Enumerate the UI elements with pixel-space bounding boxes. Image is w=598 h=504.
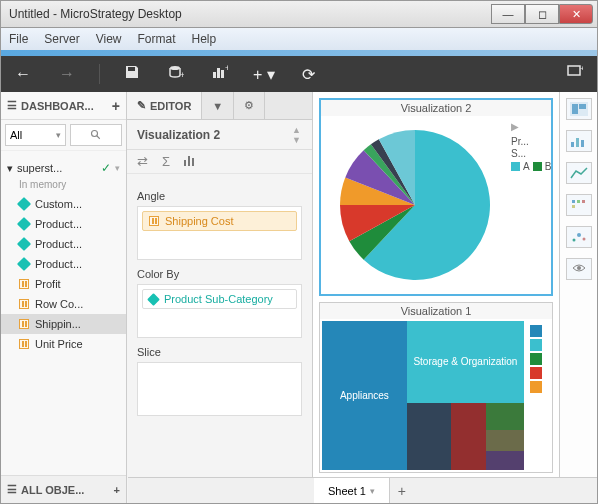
treemap-cell-6[interactable] [486, 430, 524, 451]
expand-icon: ▾ [7, 162, 13, 175]
add-dataset-button[interactable]: + [112, 98, 120, 114]
treemap-cell-4[interactable] [451, 403, 485, 470]
close-button[interactable]: ✕ [559, 4, 593, 24]
svg-rect-12 [192, 158, 194, 166]
minimize-button[interactable]: — [491, 4, 525, 24]
back-button[interactable]: ← [11, 65, 35, 83]
window-title: Untitled - MicroStrategy Desktop [5, 7, 491, 21]
gallery-thumb-1[interactable] [566, 98, 592, 120]
visualization-2[interactable]: Visualization 2 ▶ Pr... S... ABiCOP [319, 98, 553, 296]
toolbar: ← → + + + ▾ ⟳ + [0, 56, 598, 92]
tree-item[interactable]: Row Co... [1, 294, 126, 314]
sheet-bar: Sheet 1 ▾ + [128, 477, 597, 503]
svg-text:+: + [180, 70, 184, 80]
check-icon: ✓ [101, 161, 111, 175]
gallery-thumb-5[interactable] [566, 226, 592, 248]
treemap-cell-5[interactable] [486, 403, 524, 430]
treemap-legend [524, 321, 550, 470]
tab-settings[interactable]: ⚙ [234, 92, 265, 119]
chip-shipping-cost[interactable]: Shipping Cost [142, 211, 297, 231]
hamburger-icon: ☰ [7, 483, 17, 496]
tree-item[interactable]: Product... [1, 254, 126, 274]
sheet-dropdown-icon[interactable]: ▾ [370, 486, 375, 496]
data-source-icon[interactable]: + [164, 64, 188, 84]
tree-item[interactable]: Product... [1, 214, 126, 234]
menu-view[interactable]: View [96, 32, 122, 46]
svg-text:+: + [225, 64, 228, 73]
dataset-tree: ▾ superst... ✓ ▾ In memory Custom...Prod… [1, 151, 126, 475]
treemap: Appliances Storage & Organization [322, 321, 524, 470]
treemap-cell-appliances[interactable]: Appliances [322, 321, 407, 470]
filter-dropdown[interactable]: All▾ [5, 124, 66, 146]
svg-point-23 [572, 239, 575, 242]
gallery-thumb-3[interactable] [566, 162, 592, 184]
window-titlebar: Untitled - MicroStrategy Desktop — ◻ ✕ [0, 0, 598, 28]
search-input[interactable] [70, 124, 123, 146]
legend-item[interactable]: A [511, 161, 530, 172]
tree-item[interactable]: Profit [1, 274, 126, 294]
gallery-thumb-4[interactable] [566, 194, 592, 216]
viz-gallery [559, 92, 597, 503]
tm-legend-swatch [530, 381, 542, 393]
refresh-icon[interactable]: ⟳ [296, 65, 320, 84]
tree-item[interactable]: Product... [1, 234, 126, 254]
sheet-label: Sheet 1 [328, 485, 366, 497]
menu-help[interactable]: Help [192, 32, 217, 46]
treemap-cell-3[interactable] [407, 403, 451, 470]
chevrons-icon[interactable]: ▲▼ [292, 125, 302, 145]
tree-item-label: Shippin... [35, 318, 81, 330]
slice-dropzone[interactable] [137, 362, 302, 416]
tree-item[interactable]: Unit Price [1, 334, 126, 354]
svg-point-25 [582, 238, 585, 241]
editor-panel: ✎ EDITOR ▼ ⚙ Visualization 2 ▲▼ ⇄ Σ Angl… [127, 92, 313, 503]
add-viz-icon[interactable]: + [208, 64, 232, 84]
tab-filter[interactable]: ▼ [202, 92, 234, 119]
tree-item[interactable]: Shippin... [1, 314, 126, 334]
search-icon [90, 129, 102, 141]
caret-down-icon[interactable]: ▾ [115, 163, 120, 173]
menu-bar: File Server View Format Help [0, 28, 598, 50]
legend-item[interactable]: Bi [533, 161, 553, 172]
add-sheet-button[interactable]: + [390, 483, 414, 499]
sigma-icon[interactable]: Σ [162, 154, 170, 169]
gallery-thumb-2[interactable] [566, 130, 592, 152]
add-icon[interactable]: + ▾ [252, 65, 276, 84]
all-objects-footer[interactable]: ☰ ALL OBJE... + [1, 475, 126, 503]
editor-viz-name: Visualization 2 [137, 128, 220, 142]
svg-rect-20 [577, 200, 580, 203]
menu-server[interactable]: Server [44, 32, 79, 46]
window-controls: — ◻ ✕ [491, 4, 593, 24]
swap-icon[interactable]: ⇄ [137, 154, 148, 169]
treemap-cell-storage[interactable]: Storage & Organization [407, 321, 524, 403]
viz1-title: Visualization 1 [320, 303, 552, 319]
maximize-button[interactable]: ◻ [525, 4, 559, 24]
legend-scroll-icon[interactable]: ▶ [511, 121, 549, 132]
svg-text:+: + [580, 64, 583, 73]
tree-item-label: Custom... [35, 198, 82, 210]
treemap-cell-7[interactable] [486, 451, 524, 470]
dataset-node[interactable]: ▾ superst... ✓ ▾ [1, 157, 126, 179]
chip-label: Shipping Cost [165, 215, 234, 227]
present-icon[interactable]: + [563, 64, 587, 84]
tree-item-label: Profit [35, 278, 61, 290]
editor-actions: ⇄ Σ [127, 150, 312, 174]
save-icon[interactable] [120, 64, 144, 84]
bars-icon[interactable] [184, 154, 196, 169]
gallery-thumb-6[interactable] [566, 258, 592, 280]
colorby-dropzone[interactable]: Product Sub-Category [137, 284, 302, 338]
sheet-tab-1[interactable]: Sheet 1 ▾ [314, 478, 390, 503]
datasets-label: DASHBOAR... [21, 100, 94, 112]
hamburger-icon[interactable]: ☰ [7, 99, 17, 112]
viz2-title: Visualization 2 [321, 100, 551, 116]
angle-dropzone[interactable]: Shipping Cost [137, 206, 302, 260]
add-object-button[interactable]: + [114, 484, 120, 496]
forward-button[interactable]: → [55, 65, 79, 83]
menu-file[interactable]: File [9, 32, 28, 46]
chip-product-subcategory[interactable]: Product Sub-Category [142, 289, 297, 309]
menu-format[interactable]: Format [137, 32, 175, 46]
svg-point-26 [577, 266, 581, 270]
visualization-1[interactable]: Visualization 1 Appliances Storage & Org… [319, 302, 553, 473]
tab-editor[interactable]: ✎ EDITOR [127, 92, 202, 119]
angle-label: Angle [137, 190, 302, 202]
tree-item[interactable]: Custom... [1, 194, 126, 214]
